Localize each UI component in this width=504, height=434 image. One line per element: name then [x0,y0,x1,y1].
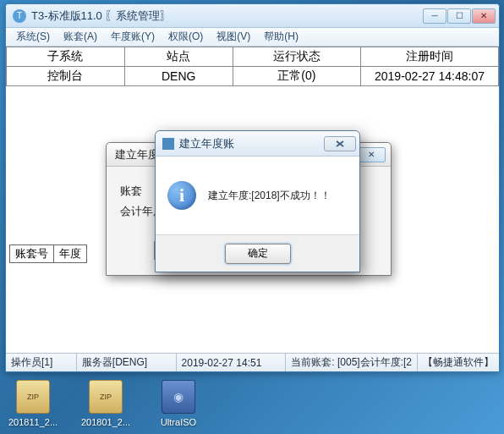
dialog-message-box: 建立年度账 i 建立年度:[2018]不成功！！ 确定 [155,130,360,272]
desktop-icon-label: 201801_2... [81,417,130,427]
sub-col-account: 账套号 [10,245,54,263]
menu-view[interactable]: 视图(V) [210,28,257,46]
zip-icon: ZIP [16,380,50,414]
menu-system[interactable]: 系统(S) [9,28,57,46]
dialog2-close-button[interactable] [324,136,356,151]
dialog2-body: i 建立年度:[2018]不成功！！ [156,157,359,234]
status-server: 服务器[DENG] [77,354,177,371]
minimize-button[interactable]: ─ [423,8,446,24]
menu-permission[interactable]: 权限(O) [162,28,210,46]
statusbar: 操作员[1] 服务器[DENG] 2019-02-27 14:51 当前账套: … [6,353,499,371]
ok-button[interactable]: 确定 [225,244,291,264]
status-vendor: 【畅捷通软件】 [418,354,499,371]
status-operator: 操作员[1] [6,354,77,371]
col-site: 站点 [124,47,233,67]
cell-subsystem: 控制台 [7,67,125,86]
dialog2-title: 建立年度账 [179,136,324,151]
status-current: 当前账套: [005]会计年度:[2 [286,354,418,371]
dialog1-account-label: 账套 [120,184,142,197]
cell-regtime: 2019-02-27 14:48:07 [361,67,499,86]
zip-icon: ZIP [89,380,123,414]
cell-site: DENG [124,67,233,86]
sub-col-year: 年度 [54,245,87,263]
app-icon: T [13,9,26,23]
desktop-icon-label: UltraISO [161,417,196,427]
dialog2-message: 建立年度:[2018]不成功！！ [208,189,331,203]
col-subsystem: 子系统 [7,47,125,67]
cell-status: 正常(0) [233,67,360,86]
desktop-icon-zip2[interactable]: ZIP 201801_2... [79,380,132,427]
status-datetime: 2019-02-27 14:51 [177,354,287,371]
menu-account[interactable]: 账套(A) [57,28,104,46]
col-regtime: 注册时间 [361,47,499,67]
menubar: 系统(S) 账套(A) 年度账(Y) 权限(O) 视图(V) 帮助(H) [6,28,499,47]
desktop-icon-ultraiso[interactable]: ◉ UltraISO [152,380,205,427]
disc-icon: ◉ [162,380,195,414]
main-titlebar[interactable]: T T3-标准版11.0 〖系统管理〗 ─ ☐ ✕ [6,4,499,28]
main-window-title: T3-标准版11.0 〖系统管理〗 [31,8,423,24]
desktop-icons: ZIP 201811_2... ZIP 201801_2... ◉ UltraI… [7,380,205,427]
menu-year[interactable]: 年度账(Y) [104,28,162,46]
col-status: 运行状态 [233,47,360,67]
sub-table: 账套号 年度 [9,244,87,263]
close-button[interactable]: ✕ [472,8,496,24]
menu-help[interactable]: 帮助(H) [257,28,305,46]
info-icon: i [167,181,196,210]
maximize-button[interactable]: ☐ [447,8,471,24]
desktop-icon-label: 201811_2... [8,417,58,427]
main-table: 子系统 站点 运行状态 注册时间 控制台 DENG 正常(0) 2019-02-… [6,47,499,86]
dialog2-title-icon [162,138,174,150]
dialog1-close-button[interactable]: ✕ [357,147,386,162]
dialog2-footer: 确定 [156,234,359,272]
table-row[interactable]: 控制台 DENG 正常(0) 2019-02-27 14:48:07 [7,67,499,86]
desktop-icon-zip1[interactable]: ZIP 201811_2... [7,380,59,427]
dialog2-titlebar[interactable]: 建立年度账 [156,131,359,157]
